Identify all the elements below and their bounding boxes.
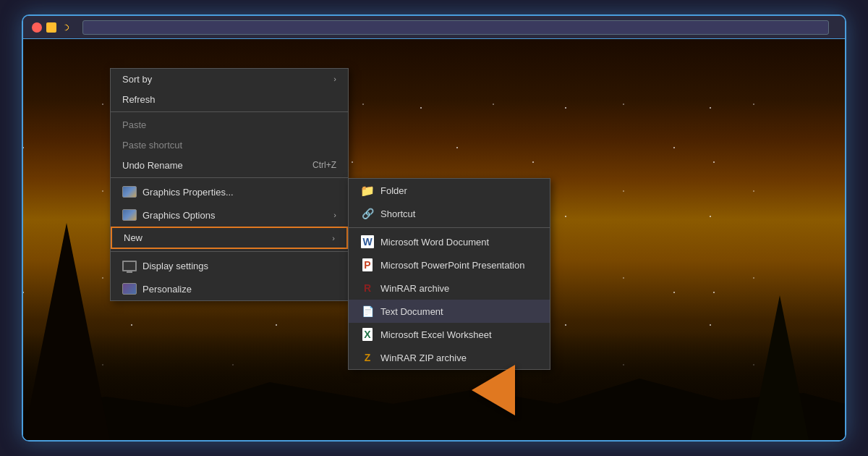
paste-shortcut-label: Paste shortcut: [122, 140, 182, 151]
graphics-properties-icon: [122, 185, 137, 199]
menu-item-refresh[interactable]: Refresh: [111, 89, 348, 109]
desktop-background: Sort by › Refresh Paste Paste shor: [23, 39, 845, 440]
menu-item-sort-by[interactable]: Sort by ›: [111, 69, 348, 89]
context-menu: Sort by › Refresh Paste Paste shor: [110, 68, 349, 301]
word-label: Microsoft Word Document: [380, 237, 489, 248]
graphics-options-chevron: ›: [333, 211, 336, 219]
menu-item-undo-rename[interactable]: Undo Rename Ctrl+Z: [111, 155, 348, 175]
submenu-item-shortcut[interactable]: 🔗 Shortcut: [349, 202, 550, 225]
personalize-label: Personalize: [142, 284, 192, 295]
pointing-arrow: [472, 365, 515, 415]
word-icon: W: [360, 235, 375, 249]
excel-icon: X: [360, 327, 375, 342]
zip-icon: Z: [360, 350, 375, 365]
ppt-label: Microsoft PowerPoint Presentation: [380, 260, 524, 271]
graphics-options-icon: [122, 208, 137, 222]
submenu-item-word[interactable]: W Microsoft Word Document: [349, 230, 550, 253]
display-settings-label: Display settings: [142, 261, 208, 271]
menu-item-personalize[interactable]: Personalize: [111, 277, 348, 300]
submenu-separator-1: [349, 227, 550, 228]
folder-icon: 📁: [360, 183, 375, 198]
menu-item-new[interactable]: New ›: [111, 227, 348, 249]
display-settings-icon: [122, 258, 137, 273]
submenu-item-text-doc[interactable]: 📄 Text Document: [349, 300, 550, 323]
submenu-item-folder[interactable]: 📁 Folder: [349, 179, 550, 202]
folder-label: Folder: [380, 185, 407, 196]
menu-item-graphics-options[interactable]: Graphics Options ›: [111, 203, 348, 227]
paste-label: Paste: [122, 119, 146, 130]
personalize-icon: [122, 282, 137, 296]
separator-3: [111, 251, 348, 252]
graphics-options-label: Graphics Options: [142, 210, 215, 221]
submenu-item-rar[interactable]: R WinRAR archive: [349, 276, 550, 300]
refresh-label: Refresh: [122, 94, 156, 105]
close-button[interactable]: [32, 22, 42, 33]
rar-icon: R: [360, 281, 375, 295]
undo-rename-label: Undo Rename: [122, 160, 183, 171]
text-doc-icon: 📄: [360, 304, 375, 318]
graphics-properties-label: Graphics Properties...: [142, 187, 234, 198]
menu-item-paste-shortcut[interactable]: Paste shortcut: [111, 135, 348, 155]
new-chevron: ›: [332, 234, 335, 242]
browser-window: Sort by › Refresh Paste Paste shor: [22, 14, 846, 442]
ppt-icon: P: [360, 258, 375, 272]
separator-1: [111, 111, 348, 112]
arrow-container: [472, 365, 515, 415]
submenu-new: 📁 Folder 🔗 Shortcut W Microsoft Word: [348, 178, 550, 370]
separator-2: [111, 177, 348, 178]
menu-item-graphics-properties[interactable]: Graphics Properties...: [111, 180, 348, 203]
menu-item-paste[interactable]: Paste: [111, 114, 348, 135]
submenu-item-zip[interactable]: Z WinRAR ZIP archive: [349, 346, 550, 369]
sort-by-label: Sort by: [122, 74, 152, 85]
maximize-button[interactable]: [61, 23, 70, 32]
address-bar[interactable]: [82, 20, 829, 35]
minimize-button[interactable]: [46, 22, 56, 33]
undo-rename-shortcut: Ctrl+Z: [312, 160, 336, 170]
new-label: New: [124, 232, 142, 243]
shortcut-icon: 🔗: [360, 206, 375, 221]
excel-label: Microsoft Excel Worksheet: [380, 329, 492, 340]
text-doc-label: Text Document: [380, 306, 443, 317]
shortcut-label: Shortcut: [380, 208, 415, 219]
menu-item-display-settings[interactable]: Display settings: [111, 254, 348, 277]
submenu-item-excel[interactable]: X Microsoft Excel Worksheet: [349, 323, 550, 346]
rar-label: WinRAR archive: [380, 283, 449, 294]
sort-by-chevron: ›: [333, 75, 336, 83]
submenu-item-ppt[interactable]: P Microsoft PowerPoint Presentation: [349, 253, 550, 276]
zip-label: WinRAR ZIP archive: [380, 352, 467, 363]
title-bar: [23, 16, 845, 39]
